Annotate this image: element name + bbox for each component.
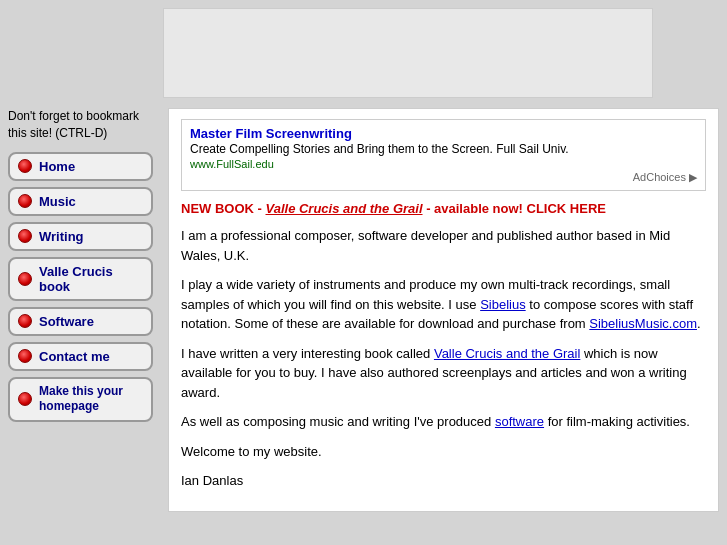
home-label: Home <box>39 159 75 174</box>
ad-choices: AdChoices ▶ <box>190 171 697 184</box>
page-wrapper: Don't forget to bookmark this site! (CTR… <box>0 0 727 545</box>
welcome-text: Welcome to my website. <box>181 442 706 462</box>
new-book-announcement: NEW BOOK - Valle Crucis and the Grail - … <box>181 201 706 216</box>
para3-start: I have written a very interesting book c… <box>181 346 434 361</box>
content-area: Don't forget to bookmark this site! (CTR… <box>8 108 719 512</box>
intro-para3: I have written a very interesting book c… <box>181 344 706 403</box>
nav-make-homepage[interactable]: Make this your homepage <box>8 377 153 422</box>
homepage-dot <box>18 392 32 406</box>
nav-contact[interactable]: Contact me <box>8 342 153 371</box>
bookmark-text: Don't forget to bookmark this site! (CTR… <box>8 108 158 142</box>
ad-choices-arrow: ▶ <box>689 171 697 183</box>
para4-start: As well as composing music and writing I… <box>181 414 495 429</box>
software-dot <box>18 314 32 328</box>
banner-ad <box>163 8 653 98</box>
valle-dot <box>18 272 32 286</box>
main-content: Master Film Screenwriting Create Compell… <box>168 108 719 512</box>
writing-label: Writing <box>39 229 84 244</box>
contact-dot <box>18 349 32 363</box>
ad-section: Master Film Screenwriting Create Compell… <box>181 119 706 191</box>
new-book-suffix: - available now! CLICK HERE <box>423 201 606 216</box>
sidebar: Don't forget to bookmark this site! (CTR… <box>8 108 158 512</box>
ad-url-link[interactable]: www.FullSail.edu <box>190 158 274 170</box>
music-label: Music <box>39 194 76 209</box>
nav-music[interactable]: Music <box>8 187 153 216</box>
intro-para1: I am a professional composer, software d… <box>181 226 706 265</box>
new-book-prefix: NEW BOOK - <box>181 201 266 216</box>
nav-writing[interactable]: Writing <box>8 222 153 251</box>
nav-valle-crucis[interactable]: Valle Crucis book <box>8 257 153 301</box>
sibelius-link[interactable]: Sibelius <box>480 297 526 312</box>
software-label: Software <box>39 314 94 329</box>
para4-end: for film-making activities. <box>544 414 690 429</box>
valle-crucis-link[interactable]: Valle Crucis and the Grail <box>434 346 580 361</box>
author-name: Ian Danlas <box>181 471 706 491</box>
contact-label: Contact me <box>39 349 110 364</box>
intro-para2: I play a wide variety of instruments and… <box>181 275 706 334</box>
homepage-label: Make this your homepage <box>39 384 143 415</box>
software-link[interactable]: software <box>495 414 544 429</box>
para2-end: . <box>697 316 701 331</box>
ad-body: Create Compelling Stories and Bring them… <box>190 142 569 156</box>
nav-home[interactable]: Home <box>8 152 153 181</box>
home-dot <box>18 159 32 173</box>
nav-software[interactable]: Software <box>8 307 153 336</box>
new-book-title-link[interactable]: Valle Crucis and the Grail <box>266 201 423 216</box>
sibelius-music-link[interactable]: SibeliusMusic.com <box>589 316 697 331</box>
intro-para4: As well as composing music and writing I… <box>181 412 706 432</box>
music-dot <box>18 194 32 208</box>
valle-label: Valle Crucis book <box>39 264 143 294</box>
ad-title-link[interactable]: Master Film Screenwriting <box>190 126 352 141</box>
writing-dot <box>18 229 32 243</box>
